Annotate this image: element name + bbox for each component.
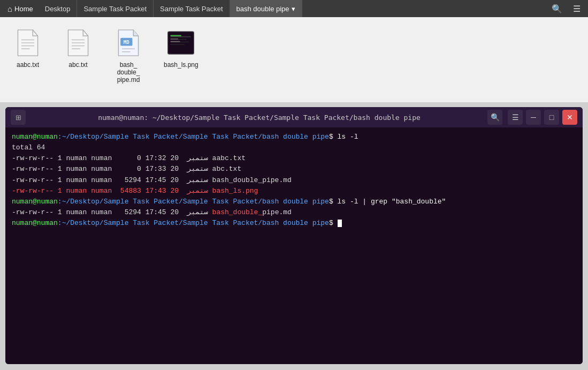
terminal-line-3: -rw-rw-r-- 1 numan numan 0 17:32 20 ستمب… [12,153,576,164]
terminal-line-9: numan@numan:~/Desktop/Sample Task Packet… [12,218,576,229]
t-cmd-1: $ ls -l [329,133,358,141]
t-prompt-1: numan@numan [12,133,58,141]
terminal-line-1: numan@numan:~/Desktop/Sample Task Packet… [12,132,576,142]
t-path-1: :~/Desktop/Sample Task Packet/Sample Tas… [58,133,329,141]
taskbar-tab-stp1[interactable]: Sample Task Packet [77,0,154,17]
svg-rect-18 [171,35,181,36]
t-path-3: :~/Desktop/Sample Task Packet/Sample Tas… [58,219,329,227]
taskbar-tab-stp2-label: Sample Task Packet [160,5,223,13]
svg-rect-19 [171,39,179,40]
file-icon-abc [63,28,93,58]
file-label-bashmd: bash_double_pipe.md [117,61,140,84]
t-cmd-3: $ [329,219,338,227]
t-cmd-2: $ ls -l | grep "bash_double" [329,198,446,206]
terminal-controls: 🔍 ☰ ─ □ ✕ [487,110,577,125]
taskbar-home-button[interactable]: ⌂ Home [2,2,39,16]
taskbar: ⌂ Home Desktop Sample Task Packet Sample… [0,0,588,17]
menu-icon: ☰ [573,4,581,14]
terminal-icon: ⊞ [11,110,26,125]
file-icon-aabc [13,28,43,58]
file-label-abc: abc.txt [68,61,87,69]
taskbar-tab-bash-inner: bash double pipe ▾ [236,5,295,13]
terminal-line-8: -rw-rw-r-- 1 numan numan 5294 17:45 20 س… [12,207,576,218]
file-item-bashmd[interactable]: MD bash_double_pipe.md [111,26,146,86]
taskbar-menu-button[interactable]: ☰ [568,2,586,16]
taskbar-tab-desktop-label: Desktop [45,5,71,13]
terminal-cursor [338,220,342,227]
file-icon-bashmd: MD [113,28,143,58]
terminal-line-4: -rw-rw-r-- 1 numan numan 0 17:33 20 ستمب… [12,164,576,175]
file-label-bashpng: bash_ls.png [164,61,198,69]
taskbar-tab-bash-label: bash double pipe [236,5,289,13]
terminal-maximize-button[interactable]: □ [544,110,559,125]
file-item-bashpng[interactable]: bash_ls.png [162,26,201,71]
terminal-search-button[interactable]: 🔍 [487,110,502,125]
taskbar-tab-bash[interactable]: bash double pipe ▾ [230,0,302,17]
svg-text:MD: MD [124,39,130,45]
home-icon: ⌂ [7,4,12,13]
t-path-2: :~/Desktop/Sample Task Packet/Sample Tas… [58,198,329,206]
svg-rect-20 [171,41,180,42]
terminal-title: numan@numan: ~/Desktop/Sample Task Packe… [31,114,487,122]
file-icon-bashpng [166,28,196,58]
t-prompt-2: numan@numan [12,198,58,206]
terminal-window: ⊞ numan@numan: ~/Desktop/Sample Task Pac… [5,107,583,364]
taskbar-tab-stp2[interactable]: Sample Task Packet [154,0,230,17]
file-item-abc[interactable]: abc.txt [61,26,95,71]
t-prompt-3: numan@numan [12,219,58,227]
terminal-titlebar: ⊞ numan@numan: ~/Desktop/Sample Task Pac… [5,107,583,127]
taskbar-search-button[interactable]: 🔍 [546,2,568,16]
terminal-line-7: numan@numan:~/Desktop/Sample Task Packet… [12,197,576,207]
home-label: Home [14,5,33,13]
taskbar-tab-stp1-label: Sample Task Packet [83,5,147,13]
terminal-body[interactable]: numan@numan:~/Desktop/Sample Task Packet… [5,127,583,364]
terminal-close-button[interactable]: ✕ [562,110,577,125]
terminal-line-6: -rw-rw-r-- 1 numan numan 54883 17:43 20 … [12,186,576,197]
terminal-line-2: total 64 [12,142,576,153]
file-manager-area: aabc.txt abc.txt MD [0,17,588,103]
file-label-aabc: aabc.txt [17,61,39,69]
chevron-down-icon: ▾ [292,5,295,13]
terminal-hamburger-button[interactable]: ☰ [508,110,523,125]
terminal-icon-symbol: ⊞ [16,114,21,122]
taskbar-tab-desktop[interactable]: Desktop [39,0,78,17]
terminal-line-5: -rw-rw-r-- 1 numan numan 5294 17:45 20 س… [12,175,576,186]
file-item-aabc[interactable]: aabc.txt [11,26,45,71]
terminal-minimize-button[interactable]: ─ [526,110,541,125]
t-grep-highlight: bash_double_ [212,208,263,216]
search-icon: 🔍 [552,4,562,14]
